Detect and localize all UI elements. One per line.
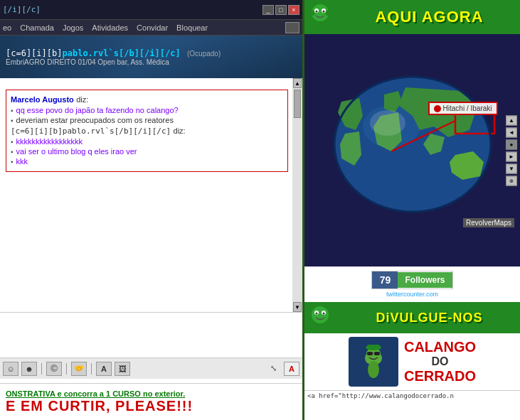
svg-point-18 [316, 313, 318, 315]
aqui-agora-banner: AQUi AGORA [304, 0, 520, 34]
banner-line-2: E EM CURTIR, PLEASE!!! [6, 398, 297, 414]
ctrl-left[interactable]: ◄ [506, 127, 517, 137]
followers-widget: 79 Followers [371, 271, 452, 289]
svg-point-13 [370, 110, 405, 136]
banner-line-1[interactable]: ONSTRATIVA e concorra a 1 CURSO no exter… [6, 389, 297, 398]
calango-card: CALANGO DO CERRADO [304, 333, 520, 390]
font-btn[interactable]: A [96, 362, 112, 376]
emotion-btn[interactable]: © [46, 362, 62, 376]
resize-btn[interactable]: ⤡ [265, 362, 281, 376]
bullet-dot: ▪ [11, 158, 14, 166]
svg-point-5 [323, 11, 325, 13]
sender-2-suffix: diz: [174, 126, 186, 135]
user-name-bold: pablo.rvl`s[/b][/i][/c] [62, 48, 180, 58]
calango-svg [350, 338, 397, 385]
menu-bloquear[interactable]: Bloquear [176, 23, 208, 32]
globe-area: Hitachi / Ibaraki ▲ ◄ ● ► ▼ ⊕ RevolverMa… [304, 34, 520, 266]
globe-container: Hitachi / Ibaraki [320, 73, 505, 215]
image-btn[interactable]: 🖼 [115, 362, 130, 376]
chat-msg-4: vai ser o ultimo blog q eles irao ver [16, 147, 137, 156]
location-text: Hitachi / Ibaraki [443, 104, 492, 112]
separator-1 [41, 363, 42, 375]
title-bar-text: [/i][/c] [3, 5, 41, 14]
followers-bar: 79 Followers twittercounter.com [304, 266, 520, 302]
svg-rect-28 [367, 345, 380, 349]
divulgue-banner: DiVULGUE-NOS [304, 302, 520, 333]
chat-messages: Marcelo Augusto diz: ▪ qq esse povo do j… [0, 78, 302, 312]
ctrl-center[interactable]: ● [506, 139, 517, 149]
chat-area: Marcelo Augusto diz: ▪ qq esse povo do j… [0, 78, 302, 312]
separator-3 [91, 363, 92, 375]
svg-point-15 [312, 306, 329, 323]
options-button[interactable] [285, 22, 299, 33]
twitter-link[interactable]: twittercounter.com [386, 291, 438, 298]
calango-do-cerrado-text: CALANGO DO CERRADO [404, 339, 476, 384]
svg-point-22 [368, 361, 379, 378]
color-a-btn[interactable]: A [284, 362, 299, 376]
chat-msg-5: kkk [16, 157, 28, 166]
divulgue-mascot [304, 302, 336, 333]
user-subtitle: EmbriAGRO DIREITO 01/04 Open bar, Ass. M… [6, 58, 297, 66]
ctrl-zoom[interactable]: ⊕ [506, 176, 517, 185]
sender-1-suffix: diz: [76, 95, 88, 104]
toolbar-row: ☺ ☻ © 🤝 A 🖼 ⤡ A [0, 357, 302, 379]
input-area: ☺ ☻ © 🤝 A 🖼 ⤡ A [0, 312, 302, 383]
ctrl-up[interactable]: ▲ [506, 115, 517, 125]
menu-bar: eo Chamada Jogos Atividades Convidar Blo… [0, 20, 302, 36]
scroll-down[interactable]: ▼ [293, 302, 302, 312]
maximize-button[interactable]: □ [275, 5, 287, 15]
bullet-dot: ▪ [11, 117, 14, 124]
scroll-thumb[interactable] [294, 90, 301, 118]
smiley-btn-1[interactable]: ☺ [3, 362, 18, 376]
title-bar-controls: _ □ × [262, 5, 299, 15]
sender-2-prefix: [c=6][i][b]pablo.rvl`s[/b][/i][/c] [11, 126, 171, 136]
svg-point-19 [323, 313, 325, 315]
svg-rect-25 [374, 352, 380, 355]
menu-jogos[interactable]: Jogos [63, 23, 83, 32]
message-input[interactable] [0, 313, 302, 355]
left-panel: [/i][/c] _ □ × eo Chamada Jogos Atividad… [0, 0, 302, 420]
menu-chamada[interactable]: Chamada [20, 23, 54, 32]
user-status: (Ocupado) [187, 50, 221, 58]
minimize-button[interactable]: _ [262, 5, 274, 15]
close-button[interactable]: × [288, 5, 299, 15]
chat-scrollbar[interactable]: ▲ ▼ [292, 78, 302, 312]
mascot-svg [306, 1, 334, 33]
ctrl-down[interactable]: ▼ [506, 163, 517, 173]
twitter-counter: twittercounter.com [386, 291, 438, 298]
user-header: [c=6][i][b]pablo.rvl`s[/b][/i][/c] (Ocup… [0, 36, 302, 78]
ctrl-right[interactable]: ► [506, 151, 517, 161]
chat-msg-1: qq esse povo do japão ta fazendo no cala… [16, 106, 179, 114]
chat-bullet-3: ▪ kkkkkkkkkkkkkkkkk [11, 137, 283, 146]
sender-2: [c=6][i][b]pablo.rvl`s[/b][/i][/c] diz: [11, 126, 283, 136]
title-bar: [/i][/c] _ □ × [0, 0, 302, 20]
code-text: <a href="http://www.calangodocerrado.n [307, 392, 454, 399]
globe-svg [320, 73, 505, 215]
smiley-btn-2[interactable]: ☻ [21, 362, 37, 376]
calango-line1: CALANGO [404, 339, 476, 355]
code-snippet: <a href="http://www.calangodocerrado.n [304, 390, 520, 420]
followers-label[interactable]: Followers [398, 272, 452, 288]
followers-count: 79 [372, 271, 398, 289]
sender-1-name: Marcelo Augusto [11, 95, 74, 104]
handshake-btn[interactable]: 🤝 [71, 362, 87, 376]
svg-rect-24 [367, 352, 373, 355]
menu-convidar[interactable]: Convidar [137, 23, 168, 32]
aqui-agora-text: AQUi AGORA [375, 8, 483, 26]
sender-1: Marcelo Augusto diz: [11, 95, 283, 104]
chat-msg-2: deveriam estar preocupados com os reator… [16, 116, 174, 124]
mascot-svg-2 [304, 302, 336, 333]
scroll-up[interactable]: ▲ [293, 78, 302, 88]
bullet-dot: ▪ [11, 148, 14, 156]
bullet-dot: ▪ [11, 107, 14, 114]
mascot-icon-top [304, 0, 336, 34]
bottom-banner: ONSTRATIVA e concorra a 1 CURSO no exter… [0, 383, 302, 420]
menu-atividades[interactable]: Atividades [92, 23, 128, 32]
calango-logo [349, 337, 398, 387]
divulgue-text: DiVULGUE-NOS [376, 311, 482, 325]
svg-point-4 [316, 11, 318, 13]
calango-line3: CERRADO [404, 368, 476, 384]
right-panel: AQUi AGORA [302, 0, 520, 420]
chat-bullet-1: ▪ qq esse povo do japão ta fazendo no ca… [11, 106, 283, 114]
menu-eo[interactable]: eo [3, 23, 11, 32]
